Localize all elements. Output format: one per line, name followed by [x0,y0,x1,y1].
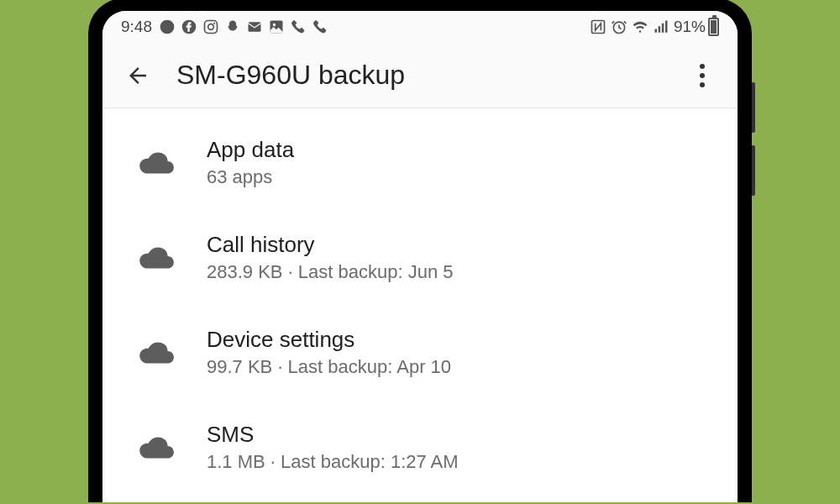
backup-item-call-history[interactable]: Call history 283.9 KB · Last backup: Jun… [102,210,738,305]
cloud-icon [134,338,176,368]
backup-list: App data 63 apps Call history 283.9 KB ·… [102,108,738,502]
app-bar: SM-G960U backup [102,43,738,108]
status-bar: 9:48 91% [102,11,738,43]
battery-percent: 91% [674,18,706,36]
notification-icon [159,18,176,35]
svg-rect-5 [248,22,260,32]
status-time: 9:48 [121,18,152,36]
alarm-icon [611,18,627,35]
phone-frame: 9:48 91% [88,0,752,502]
backup-item-app-data[interactable]: App data 63 apps [102,115,738,210]
backup-item-device-settings[interactable]: Device settings 99.7 KB · Last backup: A… [102,305,738,400]
item-subtitle: 99.7 KB · Last backup: Apr 10 [207,356,451,378]
phone-icon [312,18,328,35]
nfc-icon [590,18,606,35]
more-vert-icon [700,64,705,87]
page-title: SM-G960U backup [176,60,682,91]
arrow-left-icon [125,63,150,88]
svg-point-3 [208,24,214,30]
phone-side-button [752,82,755,133]
wifi-icon [632,18,648,35]
instagram-icon [202,18,219,35]
cloud-icon [134,433,176,463]
item-subtitle: 63 apps [207,166,294,188]
svg-point-4 [213,23,215,24]
svg-rect-2 [204,21,217,34]
signal-icon [653,18,669,35]
mail-icon [246,18,263,35]
cloud-icon [134,243,176,273]
snapchat-icon [224,18,241,35]
item-title: Call history [207,232,454,258]
facebook-icon [181,18,197,35]
overflow-menu-button[interactable] [682,55,722,96]
svg-point-7 [273,24,276,26]
item-title: Device settings [207,327,451,353]
cloud-icon [134,148,176,178]
battery-indicator: 91% [674,18,719,36]
item-title: SMS [207,422,459,448]
item-title: App data [207,137,294,163]
item-subtitle: 283.9 KB · Last backup: Jun 5 [207,261,454,283]
gallery-icon [268,18,285,35]
item-subtitle: 1.1 MB · Last backup: 1:27 AM [207,451,459,473]
back-button[interactable] [118,55,158,96]
phone-icon [290,18,307,35]
backup-item-sms[interactable]: SMS 1.1 MB · Last backup: 1:27 AM [102,400,738,495]
svg-point-0 [160,20,175,34]
phone-side-button [752,145,755,196]
screen: 9:48 91% [102,11,738,502]
